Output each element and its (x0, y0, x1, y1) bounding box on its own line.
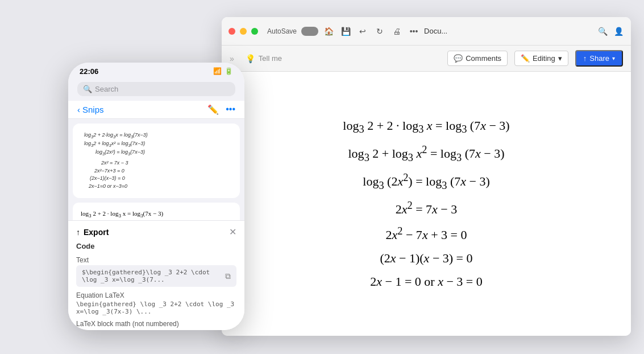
back-icon: ‹ (77, 105, 80, 114)
export-title: ↑ Export (76, 228, 109, 237)
editing-chevron-icon: ▾ (558, 54, 562, 63)
title-bar-icons: 🏠 💾 ↩ ↻ 🖨 ••• (323, 26, 419, 37)
title-bar-right: 🔍 👤 (597, 26, 624, 37)
redo-icon[interactable]: ↻ (374, 26, 385, 37)
text-code-value[interactable]: $\begin{gathered}\log _3 2+2 \cdot \log … (76, 265, 236, 287)
tell-me-text: Tell me (259, 54, 282, 63)
back-button[interactable]: ‹ Snips (77, 105, 104, 114)
phone-status-icons: 📶 🔋 (213, 67, 233, 75)
back-label: Snips (82, 105, 104, 114)
search-placeholder: Search (95, 85, 118, 93)
autosave-toggle[interactable] (301, 27, 318, 36)
nav-action-icons: ✏️ ••• (207, 104, 235, 115)
math-line-6: (2x − 1)(x − 3) = 0 (380, 248, 472, 268)
equation-label: Equation LaTeX (76, 291, 236, 299)
search-icon[interactable]: 🔍 (597, 26, 608, 37)
text-code-content: $\begin{gathered}\log _3 2+2 \cdot \log … (82, 269, 225, 283)
share-label: Share (589, 54, 609, 63)
home-icon[interactable]: 🏠 (323, 26, 334, 37)
handwritten-math: log32 + 2·log3x = log3(7x−3) log32 + log… (78, 129, 234, 192)
close-button[interactable] (228, 28, 235, 35)
mobile-phone: 22:06 📶 🔋 🔍 Search ‹ Snips ✏️ ••• (68, 63, 244, 330)
editing-label: Editing (533, 54, 555, 63)
handwritten-notes-area[interactable]: log32 + 2·log3x = log3(7x−3) log32 + log… (73, 124, 240, 198)
toolbar: » 💡 Tell me 💬 Comments ✏️ Editing ▾ ↑ Sh… (222, 46, 631, 72)
math-equations-block: log3 2 + 2 · log3 x = log3 (7x − 3) log3… (343, 116, 509, 291)
share-button[interactable]: ↑ Share ▾ (575, 50, 623, 67)
math-line-7: 2x − 1 = 0 or x − 3 = 0 (370, 271, 483, 291)
math-line-4: 2x2 = 7x − 3 (396, 197, 458, 220)
code-section-label: Code (68, 241, 244, 254)
math-line-1: log3 2 + 2 · log3 x = log3 (7x − 3) (343, 116, 509, 138)
phone-search-area: 🔍 Search (68, 80, 244, 101)
phone-status-bar: 22:06 📶 🔋 (68, 63, 244, 80)
tell-me-box[interactable]: 💡 Tell me (241, 52, 286, 65)
equation-latex-item: Equation LaTeX \begin{gathered} \log _3 … (68, 289, 244, 318)
math-line-3: log3 (2x2) = log3 (7x − 3) (363, 170, 489, 194)
autosave-label: AutoSave (267, 27, 297, 35)
comments-icon: 💬 (454, 54, 463, 63)
main-container: AutoSave 🏠 💾 ↩ ↻ 🖨 ••• Docu... 🔍 👤 » (0, 0, 644, 354)
share-icon: ↑ (583, 54, 587, 63)
office-window: AutoSave 🏠 💾 ↩ ↻ 🖨 ••• Docu... 🔍 👤 » (222, 17, 631, 336)
text-label: Text (76, 256, 236, 264)
wifi-icon: 📶 (213, 67, 222, 75)
title-bar-center: AutoSave 🏠 💾 ↩ ↻ 🖨 ••• Docu... (267, 26, 592, 37)
more-options-icon[interactable]: ••• (226, 104, 235, 115)
share-profile-icon[interactable]: 👤 (613, 26, 624, 37)
document-title: Docu... (424, 27, 447, 35)
editing-button[interactable]: ✏️ Editing ▾ (514, 51, 568, 66)
edit-note-icon[interactable]: ✏️ (207, 104, 219, 115)
more-icon[interactable]: ••• (408, 26, 419, 37)
export-up-icon: ↑ (76, 228, 80, 237)
comments-button[interactable]: 💬 Comments (447, 51, 508, 66)
export-header: ↑ Export ✕ (68, 221, 244, 241)
lightbulb-icon: 💡 (246, 54, 255, 63)
text-code-item: Text $\begin{gathered}\log _3 2+2 \cdot … (68, 254, 244, 289)
save-icon[interactable]: 💾 (340, 26, 351, 37)
phone-search-field[interactable]: 🔍 Search (77, 82, 235, 96)
latex-block-label: LaTeX block math (not numbered) (68, 318, 244, 330)
share-dropdown-icon: ▾ (612, 55, 615, 61)
export-close-button[interactable]: ✕ (229, 227, 236, 237)
equation-value: \begin{gathered} \log _3 2+2 \cdot \log … (76, 301, 236, 315)
print-icon[interactable]: 🖨 (391, 26, 402, 37)
phone-time: 22:06 (80, 67, 98, 76)
maximize-button[interactable] (251, 28, 258, 35)
phone-nav-bar: ‹ Snips ✏️ ••• (68, 101, 244, 119)
undo-icon[interactable]: ↩ (357, 26, 368, 37)
copy-icon[interactable]: ⧉ (225, 271, 231, 281)
battery-icon: 🔋 (225, 67, 233, 75)
comments-label: Comments (466, 54, 501, 63)
search-icon-phone: 🔍 (83, 85, 92, 93)
export-label: Export (84, 228, 109, 237)
minimize-button[interactable] (240, 28, 247, 35)
document-content: log3 2 + 2 · log3 x = log3 (7x − 3) log3… (222, 72, 631, 336)
collapse-icon[interactable]: » (230, 54, 234, 63)
title-bar: AutoSave 🏠 💾 ↩ ↻ 🖨 ••• Docu... 🔍 👤 (222, 17, 631, 46)
math-line-5: 2x2 − 7x + 3 = 0 (386, 223, 467, 245)
export-panel: ↑ Export ✕ Code Text $\begin{gathered}\l… (68, 220, 244, 330)
math-line-2: log3 2 + log3 x2 = log3 (7x − 3) (348, 142, 505, 166)
pencil-icon: ✏️ (521, 54, 530, 63)
